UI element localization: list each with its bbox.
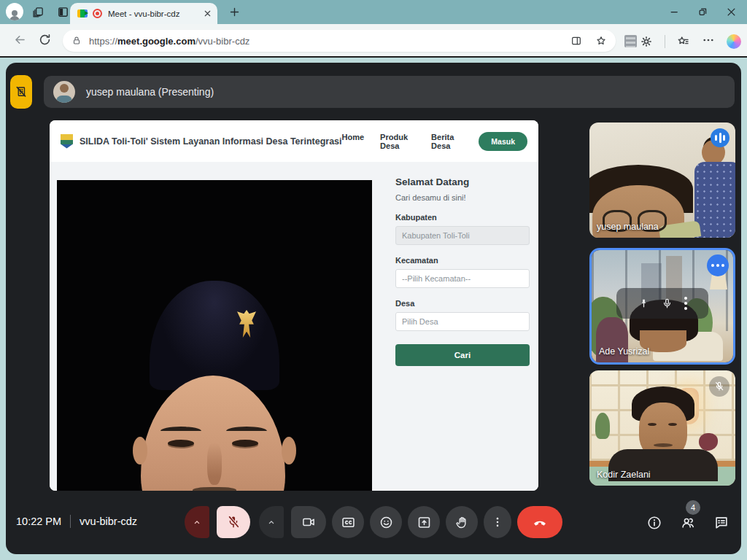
kabupaten-label: Kabupaten <box>395 213 530 222</box>
mic-icon[interactable] <box>661 298 673 310</box>
meet-footer: 10:22 PM vvu-bibr-cdz <box>6 493 741 554</box>
tab-actions-icon[interactable] <box>57 6 69 21</box>
presentation-off-badge[interactable] <box>10 75 32 109</box>
nav-produk-desa[interactable]: Produk Desa <box>380 133 415 150</box>
present-button[interactable] <box>408 506 440 538</box>
browser-tab[interactable]: Meet - vvu-bibr-cdz <box>70 3 217 24</box>
mic-options-chevron[interactable] <box>185 506 209 538</box>
refresh-icon[interactable] <box>38 33 52 47</box>
masuk-button[interactable]: Masuk <box>479 132 527 151</box>
reactions-button[interactable] <box>370 506 402 538</box>
nav-berita-desa[interactable]: Berita Desa <box>431 133 462 150</box>
browser-tab-bar: Meet - vvu-bibr-cdz <box>0 0 747 24</box>
meet-app: yusep maulana (Presenting) SILIDA Toli-T… <box>6 63 741 554</box>
profile-avatar <box>12 10 18 16</box>
split-screen-icon[interactable] <box>570 35 582 47</box>
presenting-banner: yusep maulana (Presenting) <box>44 76 735 108</box>
site-header: SILIDA Toli-Toli' Sistem Layanan Informa… <box>50 120 538 162</box>
pin-icon[interactable] <box>638 298 650 310</box>
workspaces-icon[interactable] <box>32 6 44 18</box>
window-restore-button[interactable] <box>697 7 708 18</box>
participant-tile-ade[interactable]: Ade Yusrizal <box>589 248 735 365</box>
audio-level-indicator <box>711 128 729 147</box>
participant-tile-yusep[interactable]: yusep maulana <box>589 122 735 238</box>
site-title: SILIDA Toli-Toli' Sistem Layanan Informa… <box>80 136 342 147</box>
captions-button[interactable] <box>332 506 364 538</box>
favorites-bar-icon[interactable] <box>677 35 690 48</box>
more-call-options-button[interactable] <box>484 506 511 538</box>
shared-screen: SILIDA Toli-Toli' Sistem Layanan Informa… <box>50 120 538 491</box>
tile-hover-actions <box>616 288 708 319</box>
site-logo-icon <box>61 134 73 149</box>
official-portrait <box>57 180 372 491</box>
raise-hand-button[interactable] <box>446 506 478 538</box>
presentation-off-icon <box>15 85 28 98</box>
kecamatan-label: Kecamatan <box>395 256 530 265</box>
site-body: Selamat Datang Cari desamu di sini! Kabu… <box>50 162 538 491</box>
call-controls <box>185 506 562 538</box>
cari-button[interactable]: Cari <box>395 344 530 366</box>
new-tab-button[interactable] <box>229 7 240 18</box>
form-subheading: Cari desamu di sini! <box>395 193 530 202</box>
site-nav: Home Produk Desa Berita Desa <box>342 133 463 150</box>
camera-options-chevron[interactable] <box>259 506 284 538</box>
mic-muted-button[interactable] <box>217 506 250 538</box>
peci-cap <box>150 281 279 390</box>
extension-thumbnail-icon[interactable] <box>624 35 637 47</box>
settings-menu-icon[interactable] <box>702 34 715 50</box>
desa-field[interactable] <box>395 312 530 331</box>
chat-panel-icon[interactable] <box>713 515 729 531</box>
meet-page: yusep maulana (Presenting) SILIDA Toli-T… <box>0 59 747 560</box>
nav-home[interactable]: Home <box>342 133 365 150</box>
address-bar[interactable]: https://meet.google.com/vvu-bibr-cdz <box>63 30 616 52</box>
participant-name: Ade Yusrizal <box>599 346 649 357</box>
window-close-button[interactable] <box>726 7 737 18</box>
tab-title: Meet - vvu-bibr-cdz <box>108 9 199 18</box>
meeting-details-icon[interactable] <box>646 515 662 531</box>
presenting-banner-text: yusep maulana (Presenting) <box>86 86 214 98</box>
meet-favicon <box>77 9 88 18</box>
extensions-icon[interactable] <box>640 35 653 48</box>
url-text: https://meet.google.com/vvu-bibr-cdz <box>89 36 570 47</box>
copilot-icon[interactable] <box>727 34 741 49</box>
people-panel-icon[interactable]: 4 <box>680 515 696 531</box>
tab-close-icon[interactable] <box>204 9 212 18</box>
village-search-form: Selamat Datang Cari desamu di sini! Kabu… <box>395 176 530 366</box>
clock-text: 10:22 PM <box>16 516 61 527</box>
participant-tile-kodir[interactable]: Kodir Zaelani <box>589 370 735 486</box>
lock-icon[interactable] <box>71 36 82 46</box>
camera-button[interactable] <box>291 506 326 538</box>
presenter-avatar <box>53 81 75 103</box>
window-minimize-button[interactable] <box>669 7 680 18</box>
kecamatan-field[interactable] <box>395 269 530 288</box>
tile-more-options-icon[interactable] <box>684 297 687 310</box>
mic-off-indicator <box>709 376 729 397</box>
end-call-button[interactable] <box>517 506 562 538</box>
recording-indicator-icon <box>93 9 102 18</box>
desa-label: Desa <box>395 299 530 308</box>
participant-name: yusep maulana <box>597 222 659 232</box>
kabupaten-field <box>395 226 530 245</box>
back-icon[interactable] <box>13 33 27 47</box>
participant-count-badge: 4 <box>686 500 700 515</box>
browser-toolbar: https://meet.google.com/vvu-bibr-cdz <box>0 24 747 58</box>
more-options-button[interactable] <box>707 254 729 276</box>
browser-profile-button[interactable] <box>6 3 23 20</box>
favorite-star-icon[interactable] <box>595 35 607 47</box>
meeting-code-text: vvu-bibr-cdz <box>80 516 137 527</box>
participant-name: Kodir Zaelani <box>597 470 651 480</box>
form-heading: Selamat Datang <box>395 176 530 187</box>
